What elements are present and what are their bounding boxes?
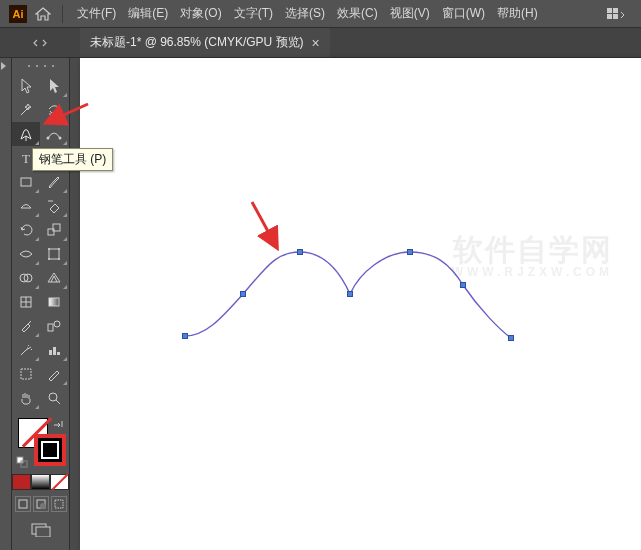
svg-rect-35: [19, 500, 27, 508]
column-graph-tool[interactable]: [40, 338, 68, 362]
scale-tool[interactable]: [40, 218, 68, 242]
svg-rect-27: [49, 350, 52, 355]
svg-rect-28: [53, 347, 56, 355]
canvas-area[interactable]: 软件自学网 WWW.RJZXW.COM: [70, 58, 641, 550]
menu-separator: [62, 5, 63, 23]
width-tool[interactable]: [12, 242, 40, 266]
toolbox: T: [12, 58, 70, 550]
path-anchor[interactable]: [508, 335, 514, 341]
svg-point-15: [48, 248, 50, 250]
magic-wand-tool[interactable]: [12, 98, 40, 122]
menu-type[interactable]: 文字(T): [228, 0, 279, 28]
menu-help[interactable]: 帮助(H): [491, 0, 544, 28]
free-transform-tool[interactable]: [40, 242, 68, 266]
blend-tool[interactable]: [40, 314, 68, 338]
svg-point-18: [58, 258, 60, 260]
path-anchor[interactable]: [460, 282, 466, 288]
svg-line-42: [48, 104, 88, 122]
shaper-tool[interactable]: [12, 194, 40, 218]
expand-triangle-icon: [1, 62, 6, 70]
draw-inside[interactable]: [51, 496, 67, 512]
menu-edit[interactable]: 编辑(E): [122, 0, 174, 28]
svg-text:Ai: Ai: [13, 8, 24, 20]
menu-select[interactable]: 选择(S): [279, 0, 331, 28]
chevron-left-right-icon: [33, 38, 47, 48]
draw-mode-row: [12, 496, 69, 512]
svg-rect-5: [613, 14, 618, 19]
color-mode-gradient[interactable]: [31, 474, 50, 490]
swap-fill-stroke-icon[interactable]: [52, 420, 64, 432]
svg-rect-29: [57, 352, 60, 355]
close-icon[interactable]: ×: [312, 35, 320, 51]
annotation-arrow-icon: [248, 198, 288, 258]
svg-point-26: [54, 321, 60, 327]
menu-object[interactable]: 对象(O): [174, 0, 227, 28]
paintbrush-tool[interactable]: [40, 170, 68, 194]
svg-rect-4: [607, 14, 612, 19]
tooltip-label: 钢笔工具 (P): [39, 152, 106, 166]
svg-point-6: [47, 137, 50, 140]
menu-file[interactable]: 文件(F): [71, 0, 122, 28]
svg-point-31: [49, 393, 57, 401]
path-anchor[interactable]: [182, 333, 188, 339]
pen-tool[interactable]: [12, 122, 40, 146]
rectangle-tool[interactable]: [12, 170, 40, 194]
rotate-tool[interactable]: [12, 218, 40, 242]
path-anchor[interactable]: [297, 249, 303, 255]
drawn-path[interactable]: [80, 58, 641, 550]
toolbox-grip[interactable]: [12, 62, 69, 70]
svg-rect-24: [49, 298, 59, 306]
svg-point-37: [40, 503, 46, 509]
default-fill-stroke-icon[interactable]: [16, 456, 28, 468]
color-mode-none[interactable]: [50, 474, 69, 490]
slice-tool[interactable]: [40, 362, 68, 386]
fill-stroke-swatches[interactable]: [12, 418, 69, 472]
menu-view[interactable]: 视图(V): [384, 0, 436, 28]
artboard[interactable]: 软件自学网 WWW.RJZXW.COM: [80, 58, 641, 550]
workspace-switcher-icon[interactable]: [605, 3, 627, 25]
document-tab[interactable]: 未标题-1* @ 96.85% (CMYK/GPU 预览) ×: [80, 28, 330, 57]
menu-effect[interactable]: 效果(C): [331, 0, 384, 28]
perspective-grid-tool[interactable]: [40, 266, 68, 290]
menu-window[interactable]: 窗口(W): [436, 0, 491, 28]
draw-normal[interactable]: [15, 496, 31, 512]
symbol-sprayer-tool[interactable]: [12, 338, 40, 362]
shape-builder-tool[interactable]: [12, 266, 40, 290]
color-mode-row: [12, 474, 69, 490]
selection-tool[interactable]: [12, 74, 40, 98]
tooltip: 钢笔工具 (P): [32, 148, 113, 171]
svg-point-7: [59, 137, 62, 140]
path-anchor[interactable]: [347, 291, 353, 297]
svg-line-41: [252, 202, 276, 246]
svg-rect-33: [17, 457, 23, 463]
gradient-tool[interactable]: [40, 290, 68, 314]
draw-behind[interactable]: [33, 496, 49, 512]
svg-text:T: T: [22, 151, 30, 165]
app-logo: Ai: [8, 4, 28, 24]
color-mode-solid[interactable]: [12, 474, 31, 490]
zoom-tool[interactable]: [40, 386, 68, 410]
eyedropper-tool[interactable]: [12, 314, 40, 338]
menu-bar: Ai 文件(F) 编辑(E) 对象(O) 文字(T) 选择(S) 效果(C) 视…: [0, 0, 641, 28]
svg-point-16: [58, 248, 60, 250]
svg-rect-10: [21, 178, 31, 186]
document-tab-bar: 未标题-1* @ 96.85% (CMYK/GPU 预览) ×: [80, 28, 641, 58]
svg-line-32: [56, 400, 60, 404]
svg-point-17: [48, 258, 50, 260]
panel-dock-nub[interactable]: [0, 28, 80, 58]
direct-selection-tool[interactable]: [40, 74, 68, 98]
path-anchor[interactable]: [407, 249, 413, 255]
hand-tool[interactable]: [12, 386, 40, 410]
mesh-tool[interactable]: [12, 290, 40, 314]
screen-mode-button[interactable]: [26, 520, 56, 540]
svg-rect-14: [49, 249, 59, 259]
panel-collapse-strip[interactable]: [0, 58, 12, 550]
stroke-swatch[interactable]: [34, 434, 66, 466]
eraser-tool[interactable]: [40, 194, 68, 218]
home-icon[interactable]: [34, 5, 52, 23]
document-tab-label: 未标题-1* @ 96.85% (CMYK/GPU 预览): [90, 34, 304, 51]
svg-rect-3: [613, 8, 618, 13]
artboard-tool[interactable]: [12, 362, 40, 386]
path-anchor[interactable]: [240, 291, 246, 297]
svg-rect-2: [607, 8, 612, 13]
